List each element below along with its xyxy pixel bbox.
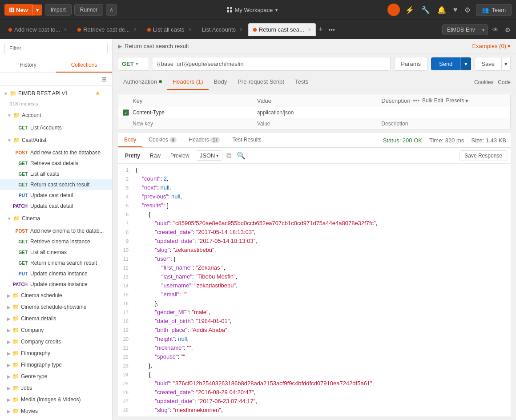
list-item[interactable]: GET List Accounts: [0, 122, 112, 133]
tab-close-list-casts[interactable]: ×: [189, 27, 191, 32]
new-dropdown-button[interactable]: ▾: [32, 4, 42, 16]
cookies-link[interactable]: Cookies: [474, 75, 493, 89]
examples-link[interactable]: Examples (0) ▾: [472, 43, 511, 49]
list-item[interactable]: GET Retrieve cinema instance: [0, 236, 112, 247]
list-item[interactable]: PATCH Update cast detail: [0, 201, 112, 211]
signal-icon-btn[interactable]: ⚡: [403, 4, 416, 16]
json-line: 8 "created_date": "2017-05-14 18:13:03",: [118, 228, 511, 237]
header-value-1[interactable]: application/json: [257, 109, 382, 116]
format-preview-btn[interactable]: Preview: [167, 151, 193, 161]
list-item[interactable]: POST Add new cast to the database: [0, 147, 112, 158]
presets-btn[interactable]: Presets ▾: [446, 97, 468, 104]
group-jobs[interactable]: ▶ 📁 Jobs: [0, 382, 112, 394]
sidebar-tab-collections[interactable]: Collections: [56, 58, 112, 73]
new-value-input[interactable]: [257, 121, 382, 127]
save-response-btn[interactable]: Save Response: [460, 150, 507, 161]
group-cinema[interactable]: ▼ 📁 Cinema •••: [0, 211, 112, 226]
bell-icon-btn[interactable]: 🔔: [435, 4, 448, 16]
group-filmography-type[interactable]: ▶ 📁 Filmography type: [0, 359, 112, 371]
tab-authorization[interactable]: Authorization: [118, 74, 167, 90]
group-filmography[interactable]: ▶ 📁 Filmography: [0, 347, 112, 359]
send-dropdown-button[interactable]: ▾: [460, 57, 471, 70]
branch-button[interactable]: ⑃: [106, 4, 117, 16]
team-button[interactable]: 👥 Team: [476, 4, 512, 16]
group-cast-artist[interactable]: ▼ 📁 Cast/Artist •••: [0, 133, 112, 147]
format-pretty-btn[interactable]: Pretty: [121, 151, 144, 161]
list-item-active[interactable]: GET Return cast search result: [0, 179, 112, 190]
headers-more-btn[interactable]: •••: [413, 97, 419, 104]
group-cinema-schedule[interactable]: ▶ 📁 Cinema schedule: [0, 290, 112, 301]
resp-tab-headers[interactable]: Headers 17: [183, 133, 226, 147]
tab-close-list-accounts[interactable]: ×: [240, 27, 242, 32]
list-item[interactable]: PUT Update cast detail: [0, 190, 112, 201]
group-account[interactable]: ▼ 📁 Account •••: [0, 108, 112, 122]
line-number: 17: [118, 308, 134, 316]
save-button[interactable]: Save: [475, 57, 501, 71]
sidebar-tab-history[interactable]: History: [0, 58, 56, 73]
list-item[interactable]: PATCH Update cinema instance: [0, 279, 112, 290]
search-input[interactable]: [4, 43, 108, 54]
save-dropdown-button[interactable]: ▾: [501, 57, 511, 71]
tab-close-return-cast[interactable]: ×: [308, 27, 311, 32]
tab-close-add-cast[interactable]: ×: [64, 27, 67, 32]
new-key-input[interactable]: [133, 121, 257, 127]
list-item[interactable]: PUT Update cinema instance: [0, 268, 112, 279]
group-movies[interactable]: ▶ 📁 Movies: [0, 405, 112, 417]
import-button[interactable]: Import: [45, 4, 72, 16]
tab-close-retrieve[interactable]: ×: [134, 27, 137, 32]
url-input[interactable]: [153, 57, 391, 71]
method-select[interactable]: GET ▾: [118, 57, 149, 71]
tab-list-casts[interactable]: List all casts ×: [142, 23, 196, 36]
params-button[interactable]: Params: [394, 57, 427, 71]
group-cinema-details[interactable]: ▶ 📁 Cinema details: [0, 313, 112, 324]
list-item[interactable]: GET Retrieve cast details: [0, 158, 112, 169]
header-checkbox-1[interactable]: ✓: [123, 109, 129, 116]
tab-tests[interactable]: Tests: [290, 74, 314, 90]
bulk-edit-btn[interactable]: Bulk Edit: [422, 97, 443, 104]
send-button[interactable]: Send: [431, 57, 460, 70]
tab-body[interactable]: Body: [209, 74, 233, 90]
code-link[interactable]: Code: [498, 75, 511, 89]
user-avatar: [387, 4, 400, 16]
runner-button[interactable]: Runner: [74, 4, 103, 16]
group-media[interactable]: ▶ 📁 Media (Images & Videos): [0, 394, 112, 405]
json-line: 25 "uuid": "376cf012b25403263186b8d28ada…: [118, 379, 511, 388]
tab-add-cast[interactable]: Add new cast to... ×: [4, 23, 72, 36]
add-tab-button[interactable]: +: [316, 24, 326, 35]
format-json-select[interactable]: JSON ▾: [196, 150, 223, 161]
tab-retrieve-cast[interactable]: Retrieve cast de... ×: [73, 23, 141, 36]
collection-header[interactable]: ▼ 📁 EtMDB REST API v1 ★ •••: [0, 86, 112, 101]
tab-list-accounts[interactable]: List Accounts ×: [197, 23, 247, 36]
list-item[interactable]: GET Return cinema search result: [0, 258, 112, 268]
resp-tab-test-results[interactable]: Test Results: [226, 133, 267, 147]
resp-tab-body[interactable]: Body: [118, 133, 142, 147]
line-number: 26: [118, 388, 134, 396]
group-company[interactable]: ▶ 📁 Company: [0, 324, 112, 336]
resp-tab-cookies[interactable]: Cookies 4: [142, 133, 182, 147]
new-desc-input[interactable]: [381, 121, 506, 127]
search-response-btn[interactable]: 🔍: [235, 150, 247, 161]
line-content: "user": {: [134, 415, 511, 416]
wrench-icon-btn[interactable]: 🔧: [419, 4, 432, 16]
settings-env-btn[interactable]: ⚙: [503, 24, 512, 35]
copy-response-btn[interactable]: ⧉: [225, 150, 233, 161]
heart-icon-btn[interactable]: ♥: [452, 4, 460, 16]
workspace-button[interactable]: My Workspace ▾: [227, 7, 278, 13]
eye-icon-btn[interactable]: 👁: [491, 24, 500, 35]
group-genre-type[interactable]: ▶ 📁 Genre type: [0, 371, 112, 382]
group-cinema-schedule-showtime[interactable]: ▶ 📁 Cinema schedule-showtime: [0, 301, 112, 313]
tab-headers[interactable]: Headers (1): [167, 74, 209, 90]
format-raw-btn[interactable]: Raw: [146, 151, 164, 161]
tabs-more-button[interactable]: •••: [326, 25, 338, 34]
header-key-1[interactable]: Content-Type: [133, 109, 257, 116]
tab-pre-request[interactable]: Pre-request Script: [232, 74, 290, 90]
list-item[interactable]: GET List all casts: [0, 169, 112, 179]
new-collection-btn[interactable]: ⊞: [100, 75, 109, 84]
group-company-credits[interactable]: ▶ 📁 Company credits: [0, 336, 112, 347]
settings-icon-btn[interactable]: ⚙: [463, 4, 472, 16]
list-item[interactable]: GET List all cinemas: [0, 247, 112, 258]
environment-select[interactable]: EtMDB-Env: [442, 24, 488, 35]
new-button[interactable]: ⊞ New: [4, 4, 32, 16]
tab-return-cast[interactable]: Return cast sea... ×: [248, 23, 316, 36]
list-item[interactable]: POST Add new cinema to the datab...: [0, 226, 112, 236]
